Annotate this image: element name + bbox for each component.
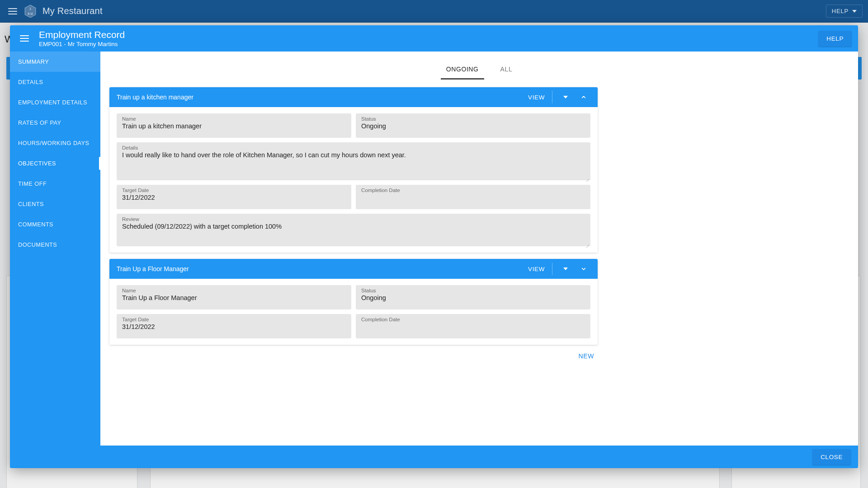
- field-value: Train Up a Floor Manager: [122, 294, 346, 301]
- field-status[interactable]: Status Ongoing: [356, 285, 590, 310]
- field-label: Status: [361, 116, 585, 122]
- field-name[interactable]: Name Train up a kitchen manager: [117, 113, 351, 138]
- field-completion-date[interactable]: Completion Date: [356, 314, 590, 338]
- sidebar-item-clients[interactable]: CLIENTS: [10, 194, 100, 214]
- sidebar-item-rates-of-pay[interactable]: RATES OF PAY: [10, 113, 100, 133]
- field-value: 31/12/2022: [122, 194, 346, 201]
- sidebar-item-details[interactable]: DETAILS: [10, 72, 100, 92]
- objective-card-header: Train up a kitchen manager VIEW: [109, 87, 598, 107]
- field-label: Name: [122, 116, 346, 122]
- field-completion-date[interactable]: Completion Date: [356, 185, 590, 209]
- modal-content: ONGOING ALL Train up a kitchen manager V…: [100, 52, 858, 446]
- modal-footer: CLOSE: [10, 446, 858, 468]
- sidebar-item-summary[interactable]: SUMMARY: [10, 52, 100, 72]
- objective-more-button[interactable]: [559, 262, 572, 276]
- field-label: Target Date: [122, 317, 346, 322]
- app-title: My Restaurant: [42, 6, 103, 16]
- objective-expand-button[interactable]: [577, 262, 590, 276]
- sidebar-item-label: EMPLOYMENT DETAILS: [18, 99, 87, 106]
- field-review[interactable]: Review Scheduled (09/12/2022) with a tar…: [117, 214, 590, 246]
- field-value: I would really like to hand over the rol…: [122, 151, 585, 159]
- app-menu-button[interactable]: [5, 4, 20, 19]
- close-button[interactable]: CLOSE: [812, 449, 851, 465]
- objective-title: Train Up a Floor Manager: [117, 265, 189, 272]
- resize-handle-icon[interactable]: [585, 175, 589, 179]
- field-value: Train up a kitchen manager: [122, 122, 346, 130]
- resize-handle-icon[interactable]: [585, 241, 589, 245]
- new-objective-button[interactable]: NEW: [579, 352, 594, 360]
- tab-all[interactable]: ALL: [498, 66, 515, 80]
- modal-subtitle: EMP001 - Mr Tommy Martins: [39, 41, 125, 47]
- modal-help-button[interactable]: HELP: [818, 31, 852, 47]
- hamburger-icon: [20, 35, 29, 42]
- sidebar-item-label: RATES OF PAY: [18, 120, 61, 126]
- field-label: Target Date: [122, 188, 346, 193]
- field-target-date[interactable]: Target Date 31/12/2022: [117, 185, 351, 209]
- field-label: Status: [361, 288, 585, 293]
- field-target-date[interactable]: Target Date 31/12/2022: [117, 314, 351, 338]
- svg-text:1: 1: [29, 6, 31, 10]
- new-objective-link-wrap: NEW: [109, 351, 598, 363]
- hamburger-icon: [8, 8, 17, 14]
- sidebar-item-hours-working-days[interactable]: HOURS/WORKING DAYS: [10, 133, 100, 153]
- chevron-down-icon: [580, 265, 587, 272]
- sidebar-item-label: TIME OFF: [18, 181, 47, 187]
- field-value: Ongoing: [361, 122, 585, 130]
- appbar-help-button[interactable]: HELP: [826, 5, 863, 18]
- chevron-up-icon: [580, 94, 587, 101]
- objective-more-button[interactable]: [559, 90, 572, 104]
- chevron-down-icon: [852, 10, 857, 13]
- svg-text:B M: B M: [28, 12, 33, 15]
- sidebar-item-label: COMMENTS: [18, 221, 53, 228]
- field-value: 31/12/2022: [122, 323, 346, 330]
- modal-header: Employment Record EMP001 - Mr Tommy Mart…: [10, 25, 858, 52]
- sidebar-item-employment-details[interactable]: EMPLOYMENT DETAILS: [10, 92, 100, 113]
- sidebar-item-label: DOCUMENTS: [18, 242, 57, 248]
- sidebar-item-documents[interactable]: DOCUMENTS: [10, 235, 100, 255]
- objective-card: Train Up a Floor Manager VIEW Name: [109, 259, 598, 345]
- chevron-down-icon: [563, 96, 568, 99]
- sidebar-item-time-off[interactable]: TIME OFF: [10, 174, 100, 194]
- field-value: Scheduled (09/12/2022) with a target com…: [122, 223, 585, 230]
- field-label: Details: [122, 145, 585, 150]
- objective-card: Train up a kitchen manager VIEW Name: [109, 87, 598, 253]
- appbar: 1B M My Restaurant HELP: [0, 0, 868, 23]
- field-label: Completion Date: [361, 317, 585, 322]
- field-details[interactable]: Details I would really like to hand over…: [117, 142, 590, 180]
- tab-ongoing[interactable]: ONGOING: [443, 66, 481, 80]
- field-value: Ongoing: [361, 294, 585, 301]
- field-status[interactable]: Status Ongoing: [356, 113, 590, 138]
- app-logo: 1B M: [24, 5, 36, 18]
- employment-record-modal: Employment Record EMP001 - Mr Tommy Mart…: [10, 25, 858, 468]
- field-label: Completion Date: [361, 188, 585, 193]
- objective-card-header: Train Up a Floor Manager VIEW: [109, 259, 598, 279]
- modal-menu-button[interactable]: [16, 30, 33, 47]
- sidebar-item-label: HOURS/WORKING DAYS: [18, 140, 90, 146]
- sidebar-item-label: SUMMARY: [18, 59, 49, 65]
- modal-title: Employment Record: [39, 29, 125, 40]
- chevron-down-icon: [563, 267, 568, 270]
- objective-collapse-button[interactable]: [577, 90, 590, 104]
- objectives-tabs: ONGOING ALL: [100, 55, 858, 80]
- field-name[interactable]: Name Train Up a Floor Manager: [117, 285, 351, 310]
- field-label: Name: [122, 288, 346, 293]
- view-button[interactable]: VIEW: [527, 263, 546, 275]
- sidebar-item-label: CLIENTS: [18, 201, 44, 207]
- appbar-help-label: HELP: [832, 8, 849, 14]
- sidebar-item-label: OBJECTIVES: [18, 160, 56, 167]
- view-button[interactable]: VIEW: [527, 91, 546, 103]
- field-label: Review: [122, 216, 585, 222]
- modal-sidebar: SUMMARY DETAILS EMPLOYMENT DETAILS RATES…: [10, 52, 100, 446]
- objective-title: Train up a kitchen manager: [117, 94, 193, 101]
- sidebar-item-objectives[interactable]: OBJECTIVES: [10, 153, 100, 174]
- sidebar-item-label: DETAILS: [18, 79, 43, 85]
- sidebar-item-comments[interactable]: COMMENTS: [10, 214, 100, 235]
